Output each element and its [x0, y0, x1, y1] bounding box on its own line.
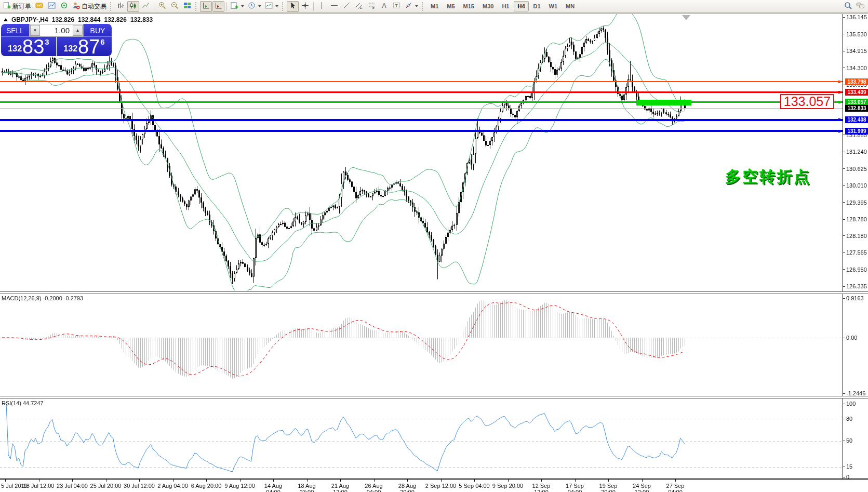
time-label: 28 Aug 20:00 — [391, 483, 424, 492]
price-tick — [843, 68, 845, 68]
current-price-label: 132.833 — [845, 105, 868, 112]
price-tick — [843, 51, 845, 51]
time-tick — [675, 480, 676, 482]
price-tick — [843, 235, 845, 236]
time-tick — [39, 480, 39, 482]
time-axis-line — [0, 478, 868, 480]
chinese-annotation[interactable]: 多空转折点 — [725, 166, 811, 188]
hline-133.057[interactable] — [0, 101, 843, 103]
time-label: 18 Aug 23:00 — [290, 483, 324, 492]
symbol-triangle-icon — [4, 18, 8, 21]
volume-decrease-button[interactable]: ▼ — [30, 25, 40, 36]
hline-price-label: 133.798 — [845, 78, 868, 85]
price-tick-label: 126.950 — [846, 267, 867, 273]
macd-tick — [843, 338, 845, 338]
rsi-tick-label: 100 — [846, 401, 856, 407]
time-tick — [206, 480, 207, 482]
rsi-tick — [843, 467, 845, 467]
time-tick — [72, 480, 73, 482]
hline-price-label: 131.999 — [845, 128, 868, 135]
price-tick — [843, 269, 845, 270]
sell-button[interactable]: SELL — [1, 24, 29, 37]
chart-canvas[interactable] — [0, 0, 868, 492]
hline-131.999[interactable] — [0, 130, 843, 132]
rsi-label: RSI(14) 44.7247 — [2, 400, 44, 406]
macd-label: MACD(12,26,9) -0.2000 -0.2793 — [2, 295, 83, 301]
buy-button-label: BUY — [90, 26, 105, 35]
hline-marker[interactable] — [838, 130, 840, 132]
rsi-tick — [843, 419, 845, 419]
ohlc-close: 132.833 — [130, 16, 153, 23]
time-tick — [474, 480, 475, 482]
ohlc-low: 132.826 — [104, 16, 126, 23]
chart-shift-marker-icon[interactable] — [682, 15, 690, 20]
rsi-tick — [843, 441, 845, 441]
hline-marker[interactable] — [838, 101, 840, 103]
buy-price-sup: 6 — [100, 37, 104, 46]
pane-separator-rsi[interactable] — [0, 396, 868, 398]
ohlc-open: 132.826 — [52, 16, 74, 23]
price-tick-label: 129.395 — [846, 200, 867, 206]
macd-tick — [843, 393, 845, 394]
pane-separator-macd[interactable] — [0, 291, 868, 294]
price-axis-line[interactable] — [843, 14, 843, 479]
rsi-tick — [843, 404, 845, 404]
one-click-trading-panel: SELL ▼ 1.00 ▲ BUY 132 83 3 132 87 6 — [1, 24, 112, 56]
macd-tick-label: 0.9163 — [846, 295, 864, 301]
time-tick — [5, 480, 6, 482]
rsi-tick — [843, 477, 845, 477]
price-tick-label: 136.145 — [846, 14, 867, 20]
time-label: 9 Sep 20:00 — [491, 483, 525, 489]
price-tick — [843, 252, 845, 253]
price-tick — [843, 17, 845, 18]
price-tick — [843, 34, 845, 34]
price-callout[interactable]: 133.057 — [780, 94, 834, 109]
time-label: 19 Sep 20:00 — [592, 483, 625, 492]
volume-increase-button[interactable]: ▲ — [73, 25, 83, 36]
time-label: 2 Sep 12:00 — [424, 483, 458, 489]
buy-button[interactable]: BUY — [84, 24, 112, 37]
time-tick — [441, 480, 442, 482]
time-tick — [541, 480, 542, 482]
rsi-tick-label: 50 — [846, 437, 852, 444]
price-tick-label: 130.010 — [846, 182, 867, 189]
time-tick — [374, 480, 375, 482]
time-tick — [340, 480, 341, 482]
time-tick — [508, 480, 509, 482]
time-label: 27 Sep 04:00 — [659, 483, 692, 492]
hline-marker[interactable] — [838, 91, 840, 94]
buy-price-prefix: 132 — [63, 44, 77, 54]
time-label: 18 Jul 12:00 — [22, 483, 56, 489]
time-tick — [407, 480, 408, 482]
price-tick-label: 127.565 — [846, 249, 867, 256]
ohlc-high: 132.844 — [78, 16, 100, 23]
time-tick — [106, 480, 106, 482]
time-label: 24 Sep 12:00 — [625, 483, 659, 492]
time-label: 17 Sep 04:00 — [558, 483, 592, 492]
price-tick-label: 131.240 — [846, 149, 867, 155]
volume-control: ▼ 1.00 ▲ — [29, 24, 84, 37]
macd-tick-label: 0.00 — [846, 335, 857, 341]
hline-132.408[interactable] — [0, 119, 843, 121]
rsi-tick-label: 15 — [846, 463, 852, 470]
time-label: 5 Sep 04:00 — [458, 483, 491, 489]
hline-marker[interactable] — [838, 81, 840, 83]
time-label: 21 Aug 12:00 — [324, 483, 357, 492]
buy-price-panel[interactable]: 132 87 6 — [57, 37, 112, 56]
hline-133.798[interactable] — [0, 81, 843, 82]
time-label: 12 Sep 12:00 — [525, 483, 558, 492]
time-tick — [307, 480, 308, 482]
volume-input[interactable]: 1.00 — [41, 24, 72, 36]
hline-price-label: 133.409 — [845, 89, 868, 96]
price-tick-label: 135.530 — [846, 31, 867, 37]
sell-price-panel[interactable]: 132 83 3 — [1, 37, 56, 56]
price-tick — [843, 135, 845, 135]
time-label: 26 Aug 04:00 — [357, 483, 391, 492]
hline-133.409[interactable] — [0, 91, 843, 93]
hline-marker[interactable] — [838, 118, 840, 121]
support-zone-highlight[interactable] — [636, 100, 691, 105]
time-label: 9 Aug 12:00 — [223, 483, 257, 489]
price-tick — [843, 219, 845, 220]
sell-price-big: 83 — [22, 38, 44, 56]
time-tick — [139, 480, 140, 482]
